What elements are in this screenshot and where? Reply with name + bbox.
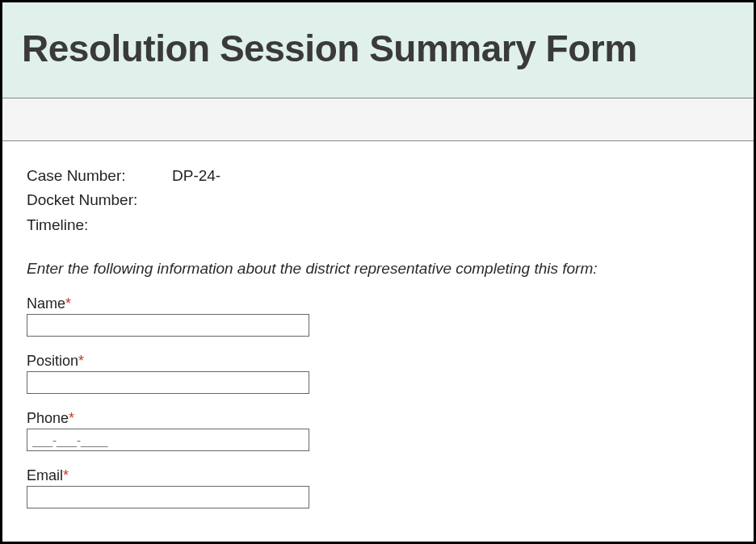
position-label-text: Position — [27, 353, 78, 369]
required-marker: * — [65, 295, 71, 312]
name-label-text: Name — [27, 295, 65, 312]
sub-bar — [2, 98, 754, 141]
form-header: Resolution Session Summary Form — [2, 2, 754, 98]
case-number-value: DP-24- — [172, 164, 220, 188]
required-marker: * — [78, 353, 84, 369]
form-container: Resolution Session Summary Form Case Num… — [0, 0, 756, 544]
case-number-label: Case Number: — [27, 164, 172, 188]
phone-input[interactable] — [27, 429, 309, 451]
required-marker: * — [63, 467, 69, 483]
position-input[interactable] — [27, 371, 309, 394]
name-input[interactable] — [27, 314, 309, 337]
name-field: Name* — [27, 295, 729, 337]
timeline-label: Timeline: — [27, 213, 172, 237]
position-field: Position* — [27, 353, 729, 394]
name-label: Name* — [27, 295, 729, 312]
docket-number-row: Docket Number: — [27, 188, 729, 212]
page-title: Resolution Session Summary Form — [22, 27, 734, 70]
case-number-row: Case Number: DP-24- — [27, 164, 729, 188]
required-marker: * — [69, 410, 74, 426]
phone-label-text: Phone — [27, 410, 69, 426]
phone-label: Phone* — [27, 410, 729, 427]
position-label: Position* — [27, 353, 729, 370]
timeline-row: Timeline: — [27, 213, 729, 237]
email-label-text: Email — [27, 467, 63, 483]
email-label: Email* — [27, 467, 729, 484]
docket-number-label: Docket Number: — [27, 188, 172, 212]
phone-field: Phone* — [27, 410, 729, 451]
case-info-block: Case Number: DP-24- Docket Number: Timel… — [27, 164, 729, 237]
email-field: Email* — [27, 467, 729, 508]
form-content: Case Number: DP-24- Docket Number: Timel… — [2, 141, 754, 542]
email-input[interactable] — [27, 486, 309, 508]
instruction-text: Enter the following information about th… — [27, 260, 729, 278]
